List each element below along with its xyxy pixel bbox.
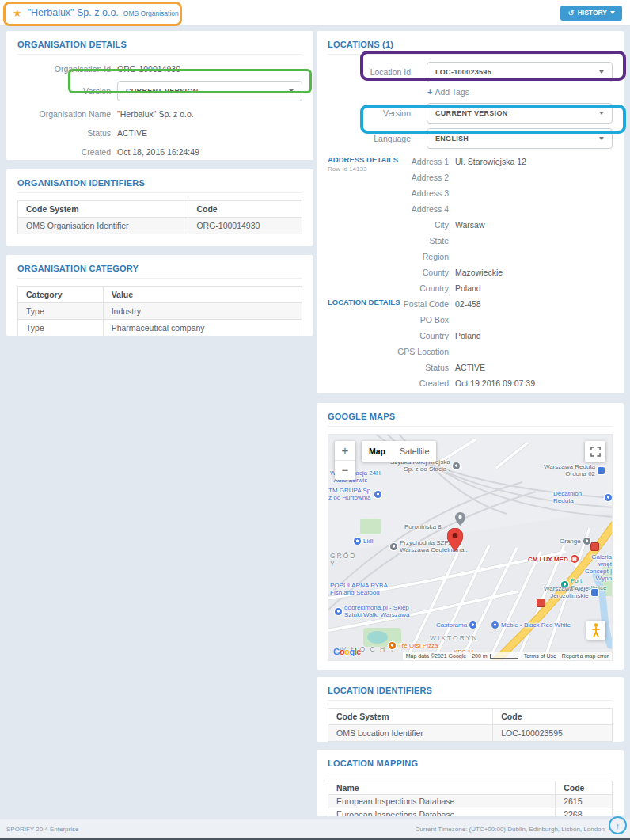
poi-label: Poronińska 8 [404, 523, 442, 530]
cell-code: LOC-100023595 [493, 725, 613, 742]
add-tags-link[interactable]: Add Tags [328, 87, 613, 97]
map-scale-label: 200 m [472, 653, 487, 659]
field-row: Version CURRENT VERSION [17, 81, 302, 101]
app-version-label: SPORIFY 20.4 Enterprise [6, 826, 78, 833]
zoom-out-button[interactable]: − [335, 461, 355, 480]
history-button[interactable]: HISTORY [560, 6, 622, 21]
field-label: GPS Location [328, 347, 449, 356]
field-label: Location Id [328, 67, 411, 77]
address-details-section: ADDRESS DETAILS Row Id 14133 Address 1Ul… [328, 154, 613, 296]
field-row: CountryPoland [328, 328, 613, 344]
column-header: Code [493, 709, 613, 725]
map-poi[interactable]: CM LUX MED H [528, 555, 579, 563]
map-data-credit: Map data ©2021 Google [406, 653, 466, 659]
health-pin-icon [390, 543, 397, 550]
map-poi[interactable]: dobrekimona.pl - Sklep Sztuki Walki Wars… [335, 604, 410, 618]
location-marker-pin[interactable] [447, 528, 463, 551]
train-station-icon [591, 589, 598, 596]
report-map-error-link[interactable]: Report a map error [562, 653, 609, 659]
cell-code-system: OMS Organisation Identifier [18, 218, 188, 234]
field-row: Status ACTIVE [17, 126, 302, 139]
field-value: ACTIVE [455, 363, 485, 372]
organisation-identifiers-table: Code System Code OMS Organisation Identi… [17, 200, 302, 234]
field-label: City [328, 220, 449, 230]
field-label: Address 2 [328, 173, 449, 182]
field-row: CountyMazowieckie [328, 264, 613, 280]
map-poi[interactable]: Decathlon Reduta [553, 490, 612, 504]
zoom-in-button[interactable]: + [335, 441, 355, 461]
location-mapping-panel: LOCATION MAPPING Name Code European Insp… [317, 750, 624, 816]
map-type-satellite-button[interactable]: Satellite [393, 441, 436, 462]
cell-code-system: OMS Location Identifier [328, 725, 493, 742]
location-mapping-table: Name Code European Inspections Database … [328, 781, 613, 816]
street-address-pin-icon [455, 512, 465, 526]
poi-label: Castorama [436, 621, 467, 629]
panel-heading: ORGANISATION CATEGORY [17, 260, 302, 279]
pegman-streetview-control[interactable] [586, 621, 605, 640]
map-poi[interactable]: Orange [560, 538, 590, 545]
version-select-value: CURRENT VERSION [126, 87, 199, 95]
terms-of-use-link[interactable]: Terms of Use [524, 653, 556, 659]
table-row: OMS Organisation Identifier ORG-10001493… [18, 218, 302, 234]
field-row: PO Box [328, 312, 613, 328]
field-label: Region [328, 252, 449, 261]
location-version-select-value: CURRENT VERSION [435, 109, 508, 117]
locations-panel: LOCATIONS (1) Location Id LOC-100023595 … [317, 31, 624, 393]
field-value: Oct 18, 2016 16:24:49 [117, 147, 199, 157]
map-zoom-control: + − [335, 441, 355, 480]
field-label: Status [328, 363, 449, 372]
fullscreen-button[interactable] [585, 441, 605, 462]
cell-value: Industry [103, 303, 302, 320]
field-row: CreatedOct 19 2016 09:07:39 [328, 375, 613, 391]
column-header: Code [188, 201, 302, 218]
table-row: European Inspections Database 2615 [328, 795, 613, 808]
map-poi[interactable]: Warszawa Aleje Jerozolimskie [544, 585, 598, 599]
map-canvas[interactable]: GRÓD Y WIKTORYN W Ł O C H Y Szybka Kolej… [328, 434, 613, 661]
field-label: Organisation Id [17, 64, 111, 74]
field-label: Country [328, 331, 449, 340]
map-poi[interactable]: Castorama [436, 621, 476, 629]
map-poi[interactable]: Lidl [354, 538, 373, 545]
location-id-select[interactable]: LOC-100023595 [427, 62, 613, 82]
field-row: GPS Location [328, 344, 613, 359]
map-poi[interactable]: POPULARNA RYBA Fish and Seafood [330, 582, 388, 596]
field-label: Organisation Name [17, 109, 111, 119]
chevron-down-icon [289, 89, 294, 93]
location-identifiers-panel: LOCATION IDENTIFIERS Code System Code OM… [317, 677, 624, 742]
map-poi[interactable]: TM GRUPA Sp. z oo Hurtownia [328, 487, 381, 501]
field-row: Address 4 [328, 201, 613, 217]
field-value: Poland [455, 283, 481, 293]
route-shield-icon [590, 542, 599, 551]
page-subtitle: OMS Organisation [123, 10, 179, 17]
top-bar: "Herbalux" Sp. z o.o. OMS Organisation H… [0, 0, 630, 26]
map-poi[interactable]: Tre Orsi Pizza [389, 642, 438, 649]
language-select[interactable]: ENGLISH [427, 128, 613, 149]
favourite-star-icon[interactable] [13, 7, 22, 19]
field-row: CityWarsaw [328, 217, 613, 233]
field-label: Created [328, 378, 449, 388]
location-version-select[interactable]: CURRENT VERSION [427, 103, 613, 124]
section-heading: LOCATION DETAILS [328, 298, 400, 306]
version-select[interactable]: CURRENT VERSION [117, 81, 302, 101]
map-poi[interactable]: Warszawa Reduta Ordona 02 [544, 463, 605, 477]
map-type-map-button[interactable]: Map [362, 441, 393, 462]
map-poi[interactable]: Meble - Black Red White [491, 621, 571, 629]
poi-label: TM GRUPA Sp. z oo Hurtownia [328, 487, 372, 501]
district-label: GRÓD Y [330, 552, 357, 568]
field-row: CountryPoland [328, 280, 613, 296]
panel-heading: ORGANISATION IDENTIFIERS [17, 174, 302, 193]
transit-station-icon [453, 462, 460, 469]
panel-heading: GOOGLE MAPS [328, 408, 613, 427]
hospital-icon: H [571, 555, 579, 563]
cell-code: ORG-100014930 [188, 218, 302, 234]
field-row: Region [328, 249, 613, 264]
field-row: Created Oct 18, 2016 16:24:49 [17, 145, 302, 158]
field-label: Version [328, 108, 411, 118]
shop-pin-icon [374, 491, 381, 498]
scroll-to-top-button[interactable] [609, 816, 627, 834]
field-label: County [328, 268, 449, 277]
panel-heading: ORGANISATION DETAILS [17, 36, 302, 55]
pegman-icon [592, 623, 600, 637]
map-poi[interactable]: Poronińska 8 [404, 523, 442, 530]
field-label: State [328, 236, 449, 245]
